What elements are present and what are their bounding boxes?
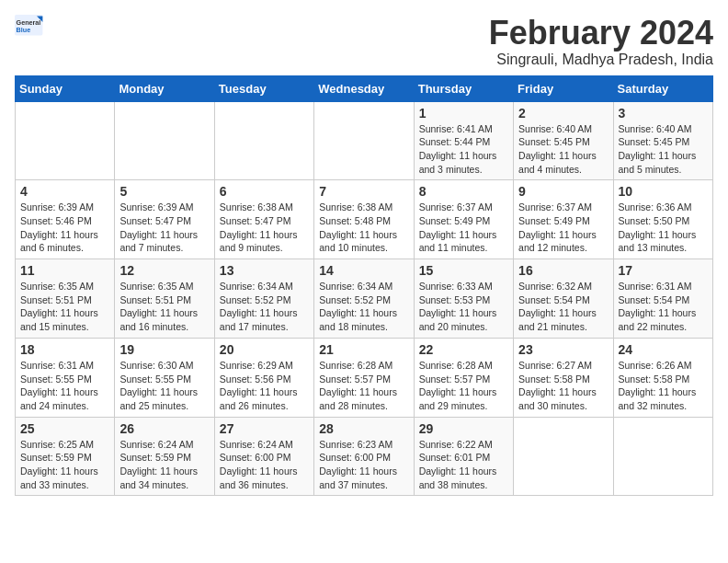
calendar-cell: 22Sunrise: 6:28 AM Sunset: 5:57 PM Dayli… <box>414 338 513 417</box>
day-number: 7 <box>319 184 408 199</box>
calendar-cell <box>314 101 414 180</box>
calendar-cell: 25Sunrise: 6:25 AM Sunset: 5:59 PM Dayli… <box>16 417 115 496</box>
day-info: Sunrise: 6:33 AM Sunset: 5:53 PM Dayligh… <box>419 280 508 334</box>
day-info: Sunrise: 6:40 AM Sunset: 5:45 PM Dayligh… <box>619 122 708 177</box>
day-info: Sunrise: 6:39 AM Sunset: 5:46 PM Dayligh… <box>20 201 109 255</box>
day-number: 19 <box>119 342 209 357</box>
calendar-week-row: 1Sunrise: 6:41 AM Sunset: 5:44 PM Daylig… <box>16 101 713 180</box>
calendar-title-area: February 2024 Singrauli, Madhya Pradesh,… <box>489 15 713 68</box>
day-info: Sunrise: 6:30 AM Sunset: 5:55 PM Dayligh… <box>119 359 209 413</box>
day-info: Sunrise: 6:28 AM Sunset: 5:57 PM Dayligh… <box>319 359 408 413</box>
calendar-cell <box>214 101 313 180</box>
day-info: Sunrise: 6:35 AM Sunset: 5:51 PM Dayligh… <box>20 280 109 334</box>
day-info: Sunrise: 6:29 AM Sunset: 5:56 PM Dayligh… <box>220 359 309 413</box>
calendar-week-row: 4Sunrise: 6:39 AM Sunset: 5:46 PM Daylig… <box>16 180 713 259</box>
calendar-cell: 3Sunrise: 6:40 AM Sunset: 5:45 PM Daylig… <box>613 101 712 180</box>
day-info: Sunrise: 6:24 AM Sunset: 6:00 PM Dayligh… <box>220 438 309 492</box>
day-number: 11 <box>20 263 109 278</box>
calendar-week-row: 11Sunrise: 6:35 AM Sunset: 5:51 PM Dayli… <box>16 259 713 339</box>
weekday-header-monday: Monday <box>115 75 214 101</box>
calendar-cell: 8Sunrise: 6:37 AM Sunset: 5:49 PM Daylig… <box>414 180 513 259</box>
calendar-cell <box>115 101 214 180</box>
weekday-header-friday: Friday <box>514 75 613 101</box>
weekday-header-wednesday: Wednesday <box>314 75 414 101</box>
calendar-cell: 23Sunrise: 6:27 AM Sunset: 5:58 PM Dayli… <box>514 338 613 417</box>
day-info: Sunrise: 6:28 AM Sunset: 5:57 PM Dayligh… <box>419 359 508 413</box>
day-number: 6 <box>220 184 309 199</box>
day-info: Sunrise: 6:27 AM Sunset: 5:58 PM Dayligh… <box>518 359 608 413</box>
day-number: 16 <box>518 263 608 278</box>
calendar-cell: 10Sunrise: 6:36 AM Sunset: 5:50 PM Dayli… <box>613 180 712 259</box>
weekday-header-row: SundayMondayTuesdayWednesdayThursdayFrid… <box>16 75 713 101</box>
day-number: 25 <box>20 421 109 436</box>
calendar-cell: 27Sunrise: 6:24 AM Sunset: 6:00 PM Dayli… <box>214 417 313 496</box>
calendar-cell: 14Sunrise: 6:34 AM Sunset: 5:52 PM Dayli… <box>314 259 414 339</box>
weekday-header-sunday: Sunday <box>16 75 115 101</box>
calendar-cell: 17Sunrise: 6:31 AM Sunset: 5:54 PM Dayli… <box>613 259 712 339</box>
calendar-cell: 1Sunrise: 6:41 AM Sunset: 5:44 PM Daylig… <box>414 101 513 180</box>
day-info: Sunrise: 6:39 AM Sunset: 5:47 PM Dayligh… <box>119 201 209 255</box>
day-info: Sunrise: 6:38 AM Sunset: 5:48 PM Dayligh… <box>319 201 408 255</box>
day-number: 5 <box>119 184 209 199</box>
calendar-cell: 7Sunrise: 6:38 AM Sunset: 5:48 PM Daylig… <box>314 180 414 259</box>
svg-text:Blue: Blue <box>17 26 31 34</box>
calendar-cell: 11Sunrise: 6:35 AM Sunset: 5:51 PM Dayli… <box>16 259 115 339</box>
location-title: Singrauli, Madhya Pradesh, India <box>489 52 713 68</box>
day-number: 9 <box>518 184 608 199</box>
day-info: Sunrise: 6:34 AM Sunset: 5:52 PM Dayligh… <box>220 280 309 334</box>
calendar-week-row: 18Sunrise: 6:31 AM Sunset: 5:55 PM Dayli… <box>16 338 713 417</box>
calendar-cell <box>613 417 712 496</box>
day-number: 29 <box>419 421 508 436</box>
calendar-cell: 9Sunrise: 6:37 AM Sunset: 5:49 PM Daylig… <box>514 180 613 259</box>
day-info: Sunrise: 6:31 AM Sunset: 5:55 PM Dayligh… <box>20 359 109 413</box>
calendar-cell: 28Sunrise: 6:23 AM Sunset: 6:00 PM Dayli… <box>314 417 414 496</box>
day-info: Sunrise: 6:32 AM Sunset: 5:54 PM Dayligh… <box>518 280 608 334</box>
calendar-cell: 26Sunrise: 6:24 AM Sunset: 5:59 PM Dayli… <box>115 417 214 496</box>
day-number: 3 <box>619 106 708 121</box>
weekday-header-saturday: Saturday <box>613 75 712 101</box>
calendar-cell <box>16 101 115 180</box>
day-info: Sunrise: 6:31 AM Sunset: 5:54 PM Dayligh… <box>619 280 708 334</box>
calendar-table: SundayMondayTuesdayWednesdayThursdayFrid… <box>15 75 713 497</box>
day-number: 4 <box>20 184 109 199</box>
day-number: 18 <box>20 342 109 357</box>
calendar-cell: 13Sunrise: 6:34 AM Sunset: 5:52 PM Dayli… <box>214 259 313 339</box>
weekday-header-tuesday: Tuesday <box>214 75 313 101</box>
day-number: 1 <box>419 106 508 121</box>
day-number: 15 <box>419 263 508 278</box>
calendar-cell: 16Sunrise: 6:32 AM Sunset: 5:54 PM Dayli… <box>514 259 613 339</box>
day-number: 8 <box>419 184 508 199</box>
calendar-cell: 21Sunrise: 6:28 AM Sunset: 5:57 PM Dayli… <box>314 338 414 417</box>
day-number: 12 <box>119 263 209 278</box>
calendar-cell <box>514 417 613 496</box>
calendar-cell: 5Sunrise: 6:39 AM Sunset: 5:47 PM Daylig… <box>115 180 214 259</box>
month-title: February 2024 <box>489 15 713 52</box>
day-number: 24 <box>619 342 708 357</box>
calendar-cell: 6Sunrise: 6:38 AM Sunset: 5:47 PM Daylig… <box>214 180 313 259</box>
logo-icon: General Blue <box>15 15 44 37</box>
day-number: 22 <box>419 342 508 357</box>
calendar-week-row: 25Sunrise: 6:25 AM Sunset: 5:59 PM Dayli… <box>16 417 713 496</box>
calendar-cell: 24Sunrise: 6:26 AM Sunset: 5:58 PM Dayli… <box>613 338 712 417</box>
day-number: 17 <box>619 263 708 278</box>
day-info: Sunrise: 6:35 AM Sunset: 5:51 PM Dayligh… <box>119 280 209 334</box>
day-info: Sunrise: 6:36 AM Sunset: 5:50 PM Dayligh… <box>619 201 708 255</box>
day-number: 2 <box>518 106 608 121</box>
day-info: Sunrise: 6:25 AM Sunset: 5:59 PM Dayligh… <box>20 438 109 492</box>
day-number: 28 <box>319 421 408 436</box>
calendar-cell: 29Sunrise: 6:22 AM Sunset: 6:01 PM Dayli… <box>414 417 513 496</box>
day-number: 26 <box>119 421 209 436</box>
page-header: General Blue February 2024 Singrauli, Ma… <box>15 15 713 68</box>
day-info: Sunrise: 6:23 AM Sunset: 6:00 PM Dayligh… <box>319 438 408 492</box>
day-number: 21 <box>319 342 408 357</box>
calendar-cell: 4Sunrise: 6:39 AM Sunset: 5:46 PM Daylig… <box>16 180 115 259</box>
day-number: 20 <box>220 342 309 357</box>
day-info: Sunrise: 6:34 AM Sunset: 5:52 PM Dayligh… <box>319 280 408 334</box>
day-number: 14 <box>319 263 408 278</box>
day-info: Sunrise: 6:26 AM Sunset: 5:58 PM Dayligh… <box>619 359 708 413</box>
day-info: Sunrise: 6:41 AM Sunset: 5:44 PM Dayligh… <box>419 122 508 177</box>
day-number: 10 <box>619 184 708 199</box>
logo: General Blue <box>15 15 44 37</box>
day-info: Sunrise: 6:37 AM Sunset: 5:49 PM Dayligh… <box>419 201 508 255</box>
day-info: Sunrise: 6:38 AM Sunset: 5:47 PM Dayligh… <box>220 201 309 255</box>
